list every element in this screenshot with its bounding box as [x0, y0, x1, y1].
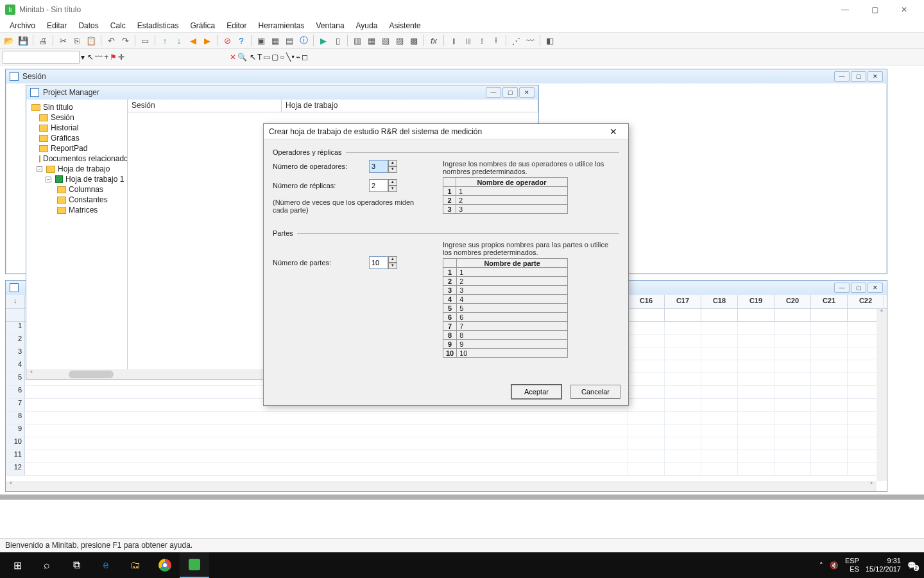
chart1-icon[interactable]: ⫿	[447, 34, 460, 47]
row-header[interactable]: 12	[6, 463, 25, 475]
row-header[interactable]: 6	[6, 386, 25, 398]
worksheet-cell[interactable]	[665, 412, 701, 424]
cancel-icon[interactable]: ⊘	[221, 34, 234, 47]
window-maximize-button[interactable]: ▢	[860, 0, 889, 19]
worksheet-cell[interactable]	[665, 335, 701, 347]
redo-icon[interactable]: ↷	[119, 34, 132, 47]
pm-col-sesion[interactable]: Sesión	[128, 100, 282, 112]
scatter-icon[interactable]: ⋰	[509, 34, 522, 47]
part-cell[interactable]: 3	[457, 286, 568, 295]
window-minimize-button[interactable]: —	[830, 0, 860, 19]
menu-datos[interactable]: Datos	[73, 19, 104, 32]
worksheet-cell[interactable]	[701, 373, 738, 385]
worksheet-cell[interactable]	[738, 412, 774, 424]
spinner-down-icon[interactable]: ▾	[388, 166, 397, 173]
layout4-icon[interactable]: ▨	[393, 34, 406, 47]
text-icon[interactable]: T	[257, 53, 262, 62]
dialog-close-button[interactable]: ✕	[604, 127, 623, 137]
part-cell[interactable]: 4	[457, 295, 568, 304]
cut-icon[interactable]: ✂	[56, 34, 69, 47]
worksheet-cell[interactable]	[628, 463, 665, 475]
worksheet-cell[interactable]	[628, 335, 665, 347]
pm-col-hoja[interactable]: Hoja de trabajo	[282, 100, 538, 112]
flag-icon[interactable]: ⚑	[110, 53, 117, 62]
worksheet-cell[interactable]	[774, 347, 811, 360]
dropdown-arrow-icon[interactable]: ▾	[81, 53, 85, 62]
window-close-button[interactable]: ✕	[889, 0, 919, 19]
worksheet-minimize-button[interactable]: —	[834, 283, 850, 293]
part-cell[interactable]: 9	[457, 340, 568, 349]
worksheet-cell[interactable]	[701, 386, 738, 398]
row-header[interactable]: 7	[6, 399, 25, 411]
dot-icon[interactable]: •	[292, 53, 295, 62]
crosshair-icon[interactable]: ✛	[118, 53, 124, 62]
tree-hoja[interactable]: −Hoja de trabajo	[28, 164, 126, 174]
worksheet-cell[interactable]	[665, 322, 701, 334]
print-icon[interactable]: 🖨	[37, 34, 49, 47]
worksheet-cell[interactable]	[701, 360, 738, 372]
worksheet-cell[interactable]	[738, 347, 774, 360]
tree-sesion[interactable]: Sesión	[28, 112, 126, 123]
worksheet-cell[interactable]	[811, 463, 848, 475]
plus-icon[interactable]: +	[104, 53, 108, 62]
worksheet-cell[interactable]	[738, 335, 774, 347]
pm-maximize-button[interactable]: ▢	[502, 87, 518, 98]
worksheet-cell[interactable]	[665, 386, 701, 398]
row-header[interactable]: 9	[6, 425, 25, 437]
worksheet-cell[interactable]	[811, 360, 848, 372]
worksheet-cell[interactable]	[738, 322, 774, 334]
worksheet-cell[interactable]	[628, 437, 665, 450]
worksheet-cell[interactable]	[774, 425, 811, 437]
operator-cell[interactable]: 2	[456, 196, 568, 205]
menu-editor[interactable]: Editor	[221, 19, 252, 32]
tree-matrices[interactable]: Matrices	[28, 205, 126, 215]
col-header[interactable]: C18	[701, 295, 738, 308]
num-operators-spinner[interactable]: ▴▾	[369, 160, 397, 173]
tree-documentos[interactable]: Documentos relacionados	[28, 153, 126, 164]
window-data-icon[interactable]: ▦	[269, 34, 282, 47]
worksheet-cell[interactable]	[665, 450, 701, 462]
minitab-button[interactable]	[180, 552, 209, 578]
tree-historial[interactable]: Historial	[28, 123, 126, 133]
worksheet-cell[interactable]	[774, 322, 811, 334]
worksheet-cell[interactable]	[738, 399, 774, 411]
line-tool-icon[interactable]: ╲	[286, 53, 291, 62]
worksheet-cell[interactable]	[738, 425, 774, 437]
worksheet-cell[interactable]	[665, 437, 701, 450]
layout5-icon[interactable]: ▩	[407, 34, 420, 47]
worksheet-cell[interactable]	[628, 386, 665, 398]
tray-volume-icon[interactable]: 🔇	[830, 561, 839, 570]
chart4-icon[interactable]: ⫲	[490, 34, 502, 47]
cursor-icon[interactable]: ↖	[87, 53, 94, 62]
worksheet-cell[interactable]	[701, 335, 738, 347]
tree-columnas[interactable]: Columnas	[28, 184, 126, 195]
worksheet-cell[interactable]	[811, 386, 848, 398]
worksheet-cell[interactable]	[701, 322, 738, 334]
tree-graficas[interactable]: Gráficas	[28, 133, 126, 143]
arrow-up-icon[interactable]: ↑	[158, 34, 171, 47]
worksheet-cell[interactable]	[628, 322, 665, 334]
worksheet-cell[interactable]	[701, 412, 738, 424]
worksheet-maximize-button[interactable]: ▢	[851, 283, 866, 293]
menu-ventana[interactable]: Ventana	[311, 19, 350, 32]
play-icon[interactable]: ▶	[317, 34, 330, 47]
session-minimize-button[interactable]: —	[834, 71, 850, 82]
operator-cell[interactable]: 1	[456, 187, 568, 196]
row-header[interactable]: 3	[6, 347, 25, 360]
worksheet-cell[interactable]	[665, 399, 701, 411]
open-icon[interactable]: 📂	[3, 34, 15, 47]
operator-cell[interactable]: 3	[456, 205, 568, 214]
menu-asistente[interactable]: Asistente	[383, 19, 426, 32]
save-icon[interactable]: 💾	[17, 34, 30, 47]
num-replicas-input[interactable]	[369, 179, 388, 192]
spinner-down-icon[interactable]: ▾	[388, 186, 397, 192]
worksheet-cell[interactable]	[701, 425, 738, 437]
menu-editar[interactable]: Editar	[41, 19, 73, 32]
rounded-rect-icon[interactable]: ▢	[271, 53, 278, 62]
worksheet-cell[interactable]	[774, 412, 811, 424]
menu-estadisticas[interactable]: Estadísticas	[132, 19, 185, 32]
worksheet-cell[interactable]	[701, 437, 738, 450]
col-header[interactable]: C16	[628, 295, 665, 308]
worksheet-cell[interactable]	[811, 437, 848, 450]
chart3-icon[interactable]: ⫶	[475, 34, 488, 47]
